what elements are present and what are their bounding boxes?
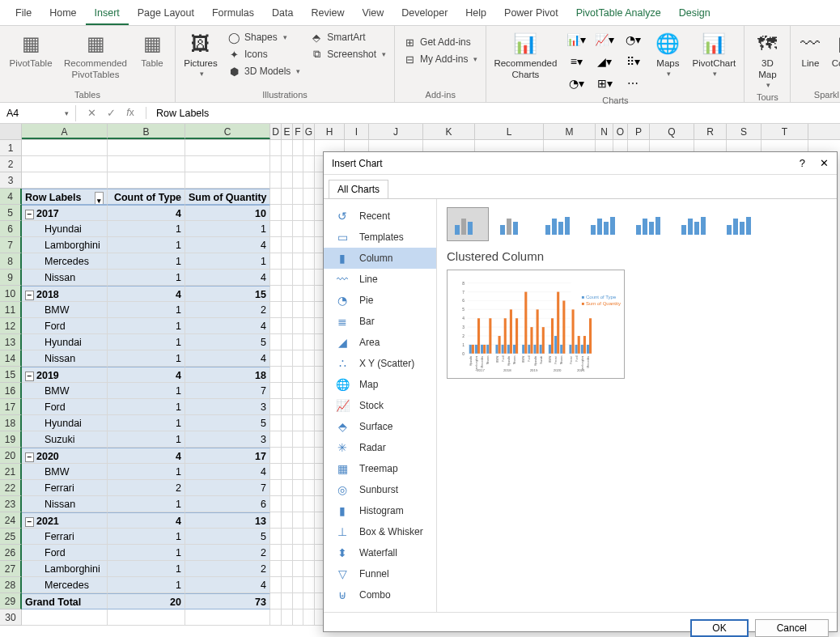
cell-B10[interactable]: 4: [108, 286, 185, 302]
cell-G10[interactable]: [303, 286, 315, 302]
cell-G18[interactable]: [303, 415, 315, 431]
cell-G13[interactable]: [303, 334, 315, 350]
cell-G1[interactable]: [303, 140, 315, 156]
cell-B12[interactable]: 1: [108, 318, 185, 334]
cell-D22[interactable]: [270, 480, 282, 496]
cell-A9[interactable]: Nissan: [22, 270, 108, 286]
cell-C15[interactable]: 18: [185, 367, 270, 383]
cell-D7[interactable]: [270, 237, 282, 253]
cell-A11[interactable]: BMW: [22, 302, 108, 318]
cell-B19[interactable]: 1: [108, 431, 185, 448]
cell-C20[interactable]: 17: [185, 448, 270, 464]
col-header-L[interactable]: L: [475, 124, 544, 139]
row-header-9[interactable]: 9: [0, 270, 22, 286]
fx-icon[interactable]: fx: [123, 107, 138, 119]
cell-C12[interactable]: 4: [185, 318, 270, 334]
cell-A24[interactable]: −2021: [22, 512, 108, 529]
cell-A7[interactable]: Lamborghini: [22, 237, 108, 253]
cell-F26[interactable]: [293, 545, 303, 561]
cell-B26[interactable]: 1: [108, 545, 185, 561]
cell-A6[interactable]: Hyundai: [22, 221, 108, 237]
cell-B13[interactable]: 1: [108, 334, 185, 350]
pie-chart-icon[interactable]: ◔▾: [619, 29, 647, 50]
maps-button[interactable]: 🌐Maps▾: [650, 29, 685, 80]
col-header-A[interactable]: A: [22, 124, 108, 139]
cell-G24[interactable]: [303, 512, 315, 529]
col-header-D[interactable]: D: [270, 124, 282, 139]
line-chart-icon[interactable]: 📈▾: [591, 29, 618, 50]
cell-E7[interactable]: [282, 237, 293, 253]
cell-B23[interactable]: 1: [108, 496, 185, 512]
cell-B8[interactable]: 1: [108, 253, 185, 270]
cell-F18[interactable]: [293, 415, 303, 431]
cell-C3[interactable]: [185, 172, 270, 189]
col-header-O[interactable]: O: [613, 124, 628, 139]
cell-C27[interactable]: 2: [185, 561, 270, 577]
chart-preview[interactable]: 012345678HyundaiLamborghiniMercedesNissa…: [447, 270, 625, 379]
cell-D10[interactable]: [270, 286, 282, 302]
cell-A10[interactable]: −2018: [22, 286, 108, 302]
recommended-pivottables-button[interactable]: ▦Recommended PivotTables: [60, 29, 131, 83]
row-header-26[interactable]: 26: [0, 545, 22, 561]
cell-F10[interactable]: [293, 286, 303, 302]
close-icon[interactable]: ✕: [820, 157, 829, 169]
col-header-B[interactable]: B: [108, 124, 185, 139]
cell-D5[interactable]: [270, 205, 282, 221]
row-header-23[interactable]: 23: [0, 496, 22, 512]
cell-A16[interactable]: BMW: [22, 383, 108, 399]
cell-G28[interactable]: [303, 577, 315, 593]
row-header-1[interactable]: 1: [0, 140, 22, 156]
cell-D2[interactable]: [270, 156, 282, 172]
cell-A26[interactable]: Ford: [22, 545, 108, 561]
cell-B17[interactable]: 1: [108, 399, 185, 415]
formula-input[interactable]: Row Labels: [146, 105, 218, 121]
cell-C19[interactable]: 3: [185, 431, 270, 448]
get-addins-button[interactable]: ⊞Get Add-ins: [400, 34, 481, 50]
col-header-T[interactable]: T: [762, 124, 808, 139]
cell-F21[interactable]: [293, 464, 303, 480]
row-header-12[interactable]: 12: [0, 318, 22, 334]
cancel-button[interactable]: Cancel: [755, 619, 829, 637]
cell-D27[interactable]: [270, 561, 282, 577]
cell-D8[interactable]: [270, 253, 282, 270]
row-header-17[interactable]: 17: [0, 399, 22, 415]
cell-C7[interactable]: 4: [185, 237, 270, 253]
cell-G23[interactable]: [303, 496, 315, 512]
cell-E1[interactable]: [282, 140, 293, 156]
row-header-8[interactable]: 8: [0, 253, 22, 270]
cell-A21[interactable]: BMW: [22, 464, 108, 480]
cell-D11[interactable]: [270, 302, 282, 318]
cell-G19[interactable]: [303, 431, 315, 448]
name-box[interactable]: A4▾: [0, 105, 76, 121]
cell-F30[interactable]: [293, 609, 303, 626]
bar-chart-icon[interactable]: ≡▾: [562, 51, 590, 72]
cell-G25[interactable]: [303, 529, 315, 545]
stat-chart-icon[interactable]: ◔▾: [562, 73, 590, 94]
cell-A18[interactable]: Hyundai: [22, 415, 108, 431]
scatter-chart-icon[interactable]: ⠿▾: [619, 51, 647, 72]
cell-A20[interactable]: −2020: [22, 448, 108, 464]
cell-A4[interactable]: Row Labels▾: [22, 189, 108, 205]
cell-E23[interactable]: [282, 496, 293, 512]
cell-G17[interactable]: [303, 399, 315, 415]
combo-chart-icon[interactable]: ⊞▾: [591, 73, 618, 94]
cell-F28[interactable]: [293, 577, 303, 593]
col-header-J[interactable]: J: [369, 124, 423, 139]
row-header-2[interactable]: 2: [0, 156, 22, 172]
cell-B24[interactable]: 4: [108, 512, 185, 529]
cell-E19[interactable]: [282, 431, 293, 448]
chart-subtype-1[interactable]: [492, 207, 534, 241]
cell-B21[interactable]: 1: [108, 464, 185, 480]
cell-D28[interactable]: [270, 577, 282, 593]
cell-A27[interactable]: Lamborghini: [22, 561, 108, 577]
cell-G3[interactable]: [303, 172, 315, 189]
cell-F6[interactable]: [293, 221, 303, 237]
cell-E5[interactable]: [282, 205, 293, 221]
cell-E22[interactable]: [282, 480, 293, 496]
cell-B15[interactable]: 4: [108, 367, 185, 383]
cell-G26[interactable]: [303, 545, 315, 561]
cell-C2[interactable]: [185, 156, 270, 172]
cell-F16[interactable]: [293, 383, 303, 399]
tab-insert[interactable]: Insert: [86, 2, 129, 25]
cell-D14[interactable]: [270, 350, 282, 367]
